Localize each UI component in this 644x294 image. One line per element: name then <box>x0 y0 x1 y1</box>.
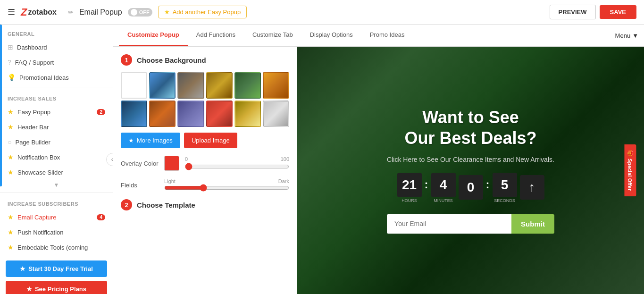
more-images-button[interactable]: ★ More Images <box>121 133 180 148</box>
overlay-max-label: 100 <box>281 156 289 162</box>
add-popup-button[interactable]: ★ Add another Easy Popup <box>158 6 247 18</box>
sidebar-item-showcase-slider[interactable]: ★ Showcase Slider <box>0 165 113 180</box>
bg-thumb-mountain[interactable] <box>177 72 204 99</box>
bg-thumb-white[interactable] <box>121 72 147 99</box>
hours-value: 21 <box>397 173 422 197</box>
sidebar-item-header-bar[interactable]: ★ Header Bar <box>0 119 113 134</box>
minutes-label: MINUTES <box>434 198 453 203</box>
sidebar-item-dashboard[interactable]: ⊞ Dashboard <box>0 40 113 55</box>
seconds-value: 5 <box>493 173 517 197</box>
gift-icon: 🎁 <box>627 150 634 157</box>
bg-thumb-grey[interactable] <box>263 101 289 127</box>
section2-number: 2 <box>121 199 132 210</box>
hamburger-icon[interactable]: ☰ <box>8 7 15 17</box>
fields-light-label: Light <box>164 178 176 184</box>
countdown-minutes-tens: 4 MINUTES <box>431 173 456 203</box>
sidebar-badge: 4 <box>97 214 105 220</box>
sidebar: GENERAL ⊞ Dashboard ? FAQ / Support 💡 Pr… <box>0 25 113 294</box>
sidebar-badge: 2 <box>97 109 105 115</box>
top-nav: ☰ Z zotabox ✏ Email Popup OFF ★ Add anot… <box>0 0 644 25</box>
tab-display-options[interactable]: Display Options <box>301 25 361 46</box>
email-input[interactable] <box>387 214 511 234</box>
show-more-toggle[interactable]: ▼ <box>0 180 113 190</box>
countdown-seconds: 5 SECONDS <box>493 173 517 203</box>
sidebar-item-push-notification[interactable]: ★ Push Notification <box>0 225 113 240</box>
upload-image-button[interactable]: Upload Image <box>184 133 237 148</box>
fields-slider-labels: Light Dark <box>164 178 289 184</box>
save-button[interactable]: SAVE <box>600 5 636 19</box>
sidebar-item-label: FAQ / Support <box>15 59 54 66</box>
bg-thumb-desert[interactable] <box>206 72 233 99</box>
bg-thumb-red[interactable] <box>206 101 233 127</box>
logo-z-icon: Z <box>21 6 27 18</box>
star-icon: ★ <box>128 137 134 144</box>
overlay-label: Overlay Color <box>121 160 159 167</box>
tab-promo-ideas[interactable]: Promo Ideas <box>361 25 413 46</box>
special-offer-label: Special Offer <box>627 159 633 191</box>
chevron-down-icon: ▼ <box>632 32 638 39</box>
sidebar-item-label: Dashboard <box>17 44 47 51</box>
trial-button[interactable]: ★ Start 30 Day Free Trial <box>6 260 107 277</box>
sidebar-item-label: Promotional Ideas <box>19 74 69 81</box>
sidebar-item-label: Page Builder <box>15 139 50 146</box>
overlay-color-swatch[interactable] <box>164 156 179 171</box>
preview-button[interactable]: PREVIEW <box>550 5 596 19</box>
bg-thumb-sunset[interactable] <box>263 72 289 99</box>
preview-title-line2: Our Best Deals? <box>404 128 536 148</box>
lightbulb-icon: 💡 <box>8 74 16 81</box>
sidebar-item-email-capture[interactable]: ★ Email Capture 4 <box>0 210 113 225</box>
tab-menu[interactable]: Menu ▼ <box>615 32 638 39</box>
sidebar-item-label: Email Capture <box>17 214 56 221</box>
fields-dark-label: Dark <box>278 178 289 184</box>
menu-label: Menu <box>615 32 631 39</box>
popup-title: Email Popup <box>79 8 122 17</box>
star-icon: ★ <box>26 286 32 293</box>
sidebar-item-embedable[interactable]: ★ Embedable Tools (coming <box>0 240 113 255</box>
submit-button[interactable]: Submit <box>511 214 554 234</box>
overlay-slider-wrap: 0 100 <box>185 156 289 170</box>
arrow-value: ↑ <box>520 175 544 200</box>
bg-thumb-couple[interactable] <box>177 101 204 127</box>
bg-thumb-autumn[interactable] <box>149 101 176 127</box>
preview-subtitle: Click Here to See Our Clearance Items an… <box>387 156 554 163</box>
section1-number: 1 <box>121 54 132 66</box>
sidebar-general-label: GENERAL <box>0 25 113 40</box>
popup-preview: Want to See Our Best Deals? Click Here t… <box>297 47 644 294</box>
toggle-label: OFF <box>139 9 150 15</box>
special-offer-badge[interactable]: 🎁 Special Offer <box>625 144 636 196</box>
bg-thumb-city[interactable] <box>121 101 147 127</box>
fields-slider-wrap: Light Dark <box>164 178 289 192</box>
sidebar-item-faq[interactable]: ? FAQ / Support <box>0 55 113 70</box>
sidebar-scroll-indicator <box>0 25 2 186</box>
hours-label: HOURS <box>401 198 417 203</box>
sidebar-item-notification-box[interactable]: ★ Notification Box <box>0 150 113 165</box>
bg-thumb-ocean[interactable] <box>149 72 176 99</box>
tab-customize-tab[interactable]: Customize Tab <box>244 25 301 46</box>
sidebar-item-promo[interactable]: 💡 Promotional Ideas <box>0 70 113 85</box>
countdown-hours: 21 HOURS <box>397 173 422 203</box>
overlay-slider[interactable] <box>185 163 289 170</box>
content-split: 1 Choose Background <box>113 47 644 294</box>
fields-slider[interactable] <box>164 184 289 192</box>
toggle-switch[interactable]: OFF <box>128 8 152 17</box>
bg-thumb-wheat[interactable] <box>234 101 261 127</box>
star-icon: ★ <box>8 123 14 131</box>
section1-title: Choose Background <box>137 56 206 64</box>
preview-content: Want to See Our Best Deals? Click Here t… <box>377 98 564 243</box>
star-icon: ★ <box>8 244 14 251</box>
minutes-tens-value: 4 <box>431 173 456 197</box>
star-icon: ★ <box>8 153 14 161</box>
add-popup-label: Add another Easy Popup <box>173 8 241 16</box>
tab-add-functions[interactable]: Add Functions <box>188 25 244 46</box>
star-icon: ★ <box>8 108 14 116</box>
logo-text: zotabox <box>28 8 56 17</box>
sidebar-item-easy-popup[interactable]: ★ Easy Popup 2 <box>0 104 113 119</box>
sidebar-item-page-builder[interactable]: ○ Page Builder <box>0 134 113 150</box>
tab-customize-popup[interactable]: Customize Popup <box>119 25 188 46</box>
pricing-button[interactable]: ★ See Pricing Plans <box>6 281 107 294</box>
dashboard-icon: ⊞ <box>8 43 13 51</box>
bg-thumb-forest[interactable] <box>234 72 261 99</box>
countdown-minutes-ones: 0 <box>459 175 483 201</box>
preview-title-line1: Want to See <box>422 108 519 127</box>
trial-label: Start 30 Day Free Trial <box>28 265 93 272</box>
